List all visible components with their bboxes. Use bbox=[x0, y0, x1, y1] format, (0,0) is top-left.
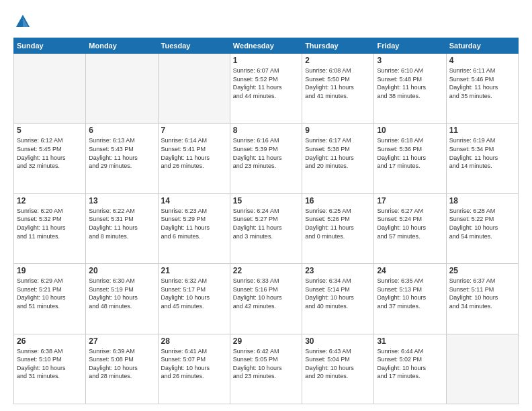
day-number: 18 bbox=[449, 196, 515, 205]
day-cell: 29Sunrise: 6:42 AM Sunset: 5:05 PM Dayli… bbox=[230, 334, 302, 404]
day-number: 27 bbox=[89, 336, 154, 346]
day-info: Sunrise: 6:34 AM Sunset: 5:14 PM Dayligh… bbox=[305, 277, 371, 310]
day-info: Sunrise: 6:11 AM Sunset: 5:46 PM Dayligh… bbox=[449, 66, 515, 100]
day-cell: 1Sunrise: 6:07 AM Sunset: 5:52 PM Daylig… bbox=[230, 54, 302, 124]
day-cell bbox=[86, 54, 158, 124]
day-cell: 23Sunrise: 6:34 AM Sunset: 5:14 PM Dayli… bbox=[302, 264, 374, 334]
day-cell bbox=[446, 334, 518, 404]
day-info: Sunrise: 6:42 AM Sunset: 5:05 PM Dayligh… bbox=[233, 347, 299, 381]
day-info: Sunrise: 6:08 AM Sunset: 5:50 PM Dayligh… bbox=[305, 66, 371, 100]
day-cell: 10Sunrise: 6:18 AM Sunset: 5:36 PM Dayli… bbox=[374, 124, 446, 193]
day-number: 16 bbox=[305, 196, 371, 205]
day-cell: 2Sunrise: 6:08 AM Sunset: 5:50 PM Daylig… bbox=[302, 54, 374, 124]
day-number: 12 bbox=[17, 196, 83, 205]
day-number: 22 bbox=[233, 266, 299, 275]
day-number: 23 bbox=[305, 266, 371, 275]
day-number: 3 bbox=[377, 56, 443, 65]
day-cell: 6Sunrise: 6:13 AM Sunset: 5:43 PM Daylig… bbox=[86, 124, 158, 193]
day-cell: 21Sunrise: 6:32 AM Sunset: 5:17 PM Dayli… bbox=[158, 264, 230, 334]
day-number: 19 bbox=[17, 266, 83, 275]
day-cell: 9Sunrise: 6:17 AM Sunset: 5:38 PM Daylig… bbox=[302, 124, 374, 193]
weekday-header-tuesday: Tuesday bbox=[158, 38, 230, 54]
day-cell: 3Sunrise: 6:10 AM Sunset: 5:48 PM Daylig… bbox=[374, 54, 446, 124]
day-cell bbox=[158, 54, 230, 124]
weekday-row: SundayMondayTuesdayWednesdayThursdayFrid… bbox=[14, 38, 519, 54]
day-cell: 13Sunrise: 6:22 AM Sunset: 5:31 PM Dayli… bbox=[86, 193, 158, 263]
day-info: Sunrise: 6:14 AM Sunset: 5:41 PM Dayligh… bbox=[161, 136, 227, 170]
day-number: 26 bbox=[17, 336, 83, 346]
day-cell: 20Sunrise: 6:30 AM Sunset: 5:19 PM Dayli… bbox=[86, 264, 158, 334]
day-cell: 4Sunrise: 6:11 AM Sunset: 5:46 PM Daylig… bbox=[446, 54, 518, 124]
day-info: Sunrise: 6:38 AM Sunset: 5:10 PM Dayligh… bbox=[17, 347, 83, 381]
day-number: 24 bbox=[377, 266, 443, 275]
day-cell: 17Sunrise: 6:27 AM Sunset: 5:24 PM Dayli… bbox=[374, 193, 446, 263]
day-cell: 7Sunrise: 6:14 AM Sunset: 5:41 PM Daylig… bbox=[158, 124, 230, 193]
day-number: 2 bbox=[305, 56, 371, 65]
day-info: Sunrise: 6:29 AM Sunset: 5:21 PM Dayligh… bbox=[17, 277, 83, 310]
day-info: Sunrise: 6:27 AM Sunset: 5:24 PM Dayligh… bbox=[377, 207, 443, 240]
weekday-header-saturday: Saturday bbox=[446, 38, 518, 54]
day-info: Sunrise: 6:07 AM Sunset: 5:52 PM Dayligh… bbox=[233, 66, 299, 100]
day-number: 31 bbox=[377, 336, 443, 346]
logo-icon bbox=[13, 12, 32, 31]
calendar: SundayMondayTuesdayWednesdayThursdayFrid… bbox=[13, 38, 519, 404]
day-number: 15 bbox=[233, 196, 299, 205]
day-number: 17 bbox=[377, 196, 443, 205]
day-info: Sunrise: 6:44 AM Sunset: 5:02 PM Dayligh… bbox=[377, 347, 443, 381]
day-info: Sunrise: 6:32 AM Sunset: 5:17 PM Dayligh… bbox=[161, 277, 227, 310]
day-number: 10 bbox=[377, 126, 443, 135]
day-cell: 16Sunrise: 6:25 AM Sunset: 5:26 PM Dayli… bbox=[302, 193, 374, 263]
day-cell: 8Sunrise: 6:16 AM Sunset: 5:39 PM Daylig… bbox=[230, 124, 302, 193]
day-info: Sunrise: 6:35 AM Sunset: 5:13 PM Dayligh… bbox=[377, 277, 443, 310]
day-info: Sunrise: 6:25 AM Sunset: 5:26 PM Dayligh… bbox=[305, 207, 371, 240]
day-info: Sunrise: 6:19 AM Sunset: 5:34 PM Dayligh… bbox=[449, 136, 515, 170]
weekday-header-monday: Monday bbox=[86, 38, 158, 54]
day-number: 9 bbox=[305, 126, 371, 135]
calendar-body: 1Sunrise: 6:07 AM Sunset: 5:52 PM Daylig… bbox=[14, 54, 519, 404]
day-info: Sunrise: 6:30 AM Sunset: 5:19 PM Dayligh… bbox=[89, 277, 154, 310]
day-cell: 24Sunrise: 6:35 AM Sunset: 5:13 PM Dayli… bbox=[374, 264, 446, 334]
day-cell: 30Sunrise: 6:43 AM Sunset: 5:04 PM Dayli… bbox=[302, 334, 374, 404]
day-number: 25 bbox=[449, 266, 515, 275]
day-cell: 5Sunrise: 6:12 AM Sunset: 5:45 PM Daylig… bbox=[14, 124, 86, 193]
day-info: Sunrise: 6:43 AM Sunset: 5:04 PM Dayligh… bbox=[305, 347, 371, 381]
day-number: 20 bbox=[89, 266, 154, 275]
day-cell: 28Sunrise: 6:41 AM Sunset: 5:07 PM Dayli… bbox=[158, 334, 230, 404]
day-number: 1 bbox=[233, 56, 299, 65]
day-cell: 26Sunrise: 6:38 AM Sunset: 5:10 PM Dayli… bbox=[14, 334, 86, 404]
weekday-header-friday: Friday bbox=[374, 38, 446, 54]
calendar-header: SundayMondayTuesdayWednesdayThursdayFrid… bbox=[14, 38, 519, 54]
day-info: Sunrise: 6:23 AM Sunset: 5:29 PM Dayligh… bbox=[161, 207, 227, 240]
day-number: 21 bbox=[161, 266, 227, 275]
week-row-1: 5Sunrise: 6:12 AM Sunset: 5:45 PM Daylig… bbox=[14, 124, 519, 193]
day-number: 28 bbox=[161, 336, 227, 346]
day-info: Sunrise: 6:28 AM Sunset: 5:22 PM Dayligh… bbox=[449, 207, 515, 240]
day-info: Sunrise: 6:24 AM Sunset: 5:27 PM Dayligh… bbox=[233, 207, 299, 240]
week-row-0: 1Sunrise: 6:07 AM Sunset: 5:52 PM Daylig… bbox=[14, 54, 519, 124]
day-number: 6 bbox=[89, 126, 154, 135]
day-number: 8 bbox=[233, 126, 299, 135]
day-info: Sunrise: 6:16 AM Sunset: 5:39 PM Dayligh… bbox=[233, 136, 299, 170]
day-cell: 18Sunrise: 6:28 AM Sunset: 5:22 PM Dayli… bbox=[446, 193, 518, 263]
logo bbox=[13, 12, 35, 31]
day-cell: 27Sunrise: 6:39 AM Sunset: 5:08 PM Dayli… bbox=[86, 334, 158, 404]
weekday-header-sunday: Sunday bbox=[14, 38, 86, 54]
day-info: Sunrise: 6:13 AM Sunset: 5:43 PM Dayligh… bbox=[89, 136, 154, 170]
day-cell: 19Sunrise: 6:29 AM Sunset: 5:21 PM Dayli… bbox=[14, 264, 86, 334]
day-number: 5 bbox=[17, 126, 83, 135]
day-info: Sunrise: 6:10 AM Sunset: 5:48 PM Dayligh… bbox=[377, 66, 443, 100]
weekday-header-wednesday: Wednesday bbox=[230, 38, 302, 54]
day-cell: 31Sunrise: 6:44 AM Sunset: 5:02 PM Dayli… bbox=[374, 334, 446, 404]
day-cell: 25Sunrise: 6:37 AM Sunset: 5:11 PM Dayli… bbox=[446, 264, 518, 334]
day-number: 30 bbox=[305, 336, 371, 346]
header bbox=[13, 12, 519, 31]
week-row-3: 19Sunrise: 6:29 AM Sunset: 5:21 PM Dayli… bbox=[14, 264, 519, 334]
day-number: 14 bbox=[161, 196, 227, 205]
day-info: Sunrise: 6:20 AM Sunset: 5:32 PM Dayligh… bbox=[17, 207, 83, 240]
day-info: Sunrise: 6:12 AM Sunset: 5:45 PM Dayligh… bbox=[17, 136, 83, 170]
day-info: Sunrise: 6:18 AM Sunset: 5:36 PM Dayligh… bbox=[377, 136, 443, 170]
day-cell: 12Sunrise: 6:20 AM Sunset: 5:32 PM Dayli… bbox=[14, 193, 86, 263]
day-cell: 22Sunrise: 6:33 AM Sunset: 5:16 PM Dayli… bbox=[230, 264, 302, 334]
page: SundayMondayTuesdayWednesdayThursdayFrid… bbox=[0, 0, 532, 411]
day-cell bbox=[14, 54, 86, 124]
